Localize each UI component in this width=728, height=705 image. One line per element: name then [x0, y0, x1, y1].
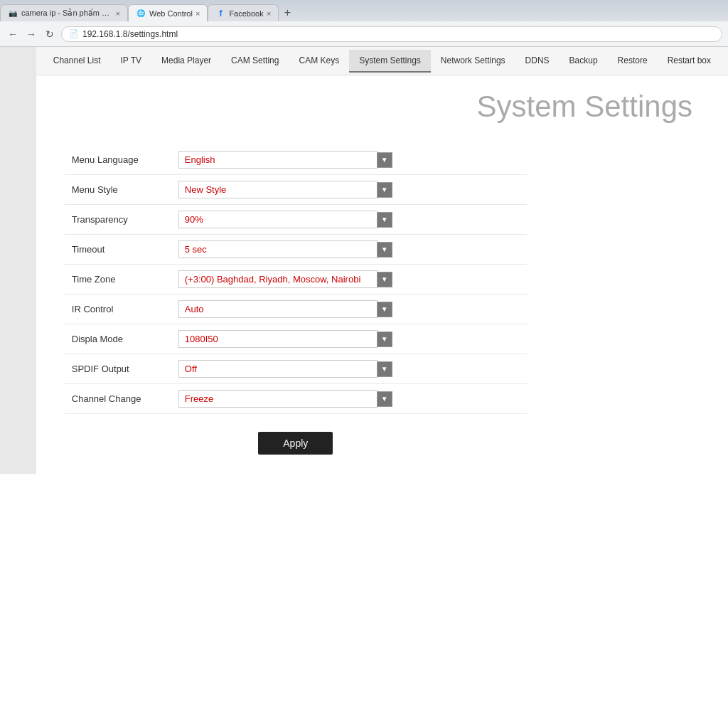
- nav-menu: Channel List IP TV Media Player CAM Sett…: [36, 47, 728, 75]
- label-ir-control: IR Control: [65, 304, 178, 314]
- select-wrapper-ir-control: AutoManualOff▼: [178, 300, 527, 318]
- page-title: System Settings: [65, 90, 700, 124]
- select-timeout[interactable]: 5 sec10 sec15 sec30 sec: [178, 240, 378, 258]
- dropdown-arrow-menu-style[interactable]: ▼: [377, 182, 392, 198]
- tab-title-webcontrol: Web Control: [149, 9, 193, 18]
- dropdown-arrow-transparency[interactable]: ▼: [377, 212, 392, 228]
- select-wrapper-time-zone: (+3:00) Baghdad, Riyadh, Moscow, Nairobi…: [178, 270, 527, 288]
- url-text: 192.168.1.8/settings.html: [82, 29, 178, 39]
- settings-row-time-zone: Time Zone(+3:00) Baghdad, Riyadh, Moscow…: [65, 265, 527, 295]
- tab-close-facebook[interactable]: ×: [267, 9, 271, 18]
- label-time-zone: Time Zone: [65, 274, 178, 285]
- select-wrapper-timeout: 5 sec10 sec15 sec30 sec▼: [178, 240, 527, 258]
- nav-iptv[interactable]: IP TV: [111, 50, 152, 73]
- nav-media-player[interactable]: Media Player: [151, 50, 221, 73]
- settings-row-ir-control: IR ControlAutoManualOff▼: [65, 295, 527, 324]
- tab-bar: 📷 camera ip - Sản phẩm ca... × 🌐 Web Con…: [0, 0, 728, 21]
- label-channel-change: Channel Change: [65, 393, 178, 404]
- forward-button[interactable]: →: [24, 27, 38, 41]
- select-spdif-output[interactable]: OffOnAuto: [178, 360, 378, 378]
- dropdown-arrow-ir-control[interactable]: ▼: [377, 302, 392, 317]
- sidebar: [0, 47, 36, 474]
- dropdown-arrow-spdif-output[interactable]: ▼: [377, 361, 392, 377]
- nav-backup[interactable]: Backup: [560, 50, 608, 73]
- nav-ddns[interactable]: DDNS: [515, 50, 560, 73]
- apply-button[interactable]: Apply: [258, 432, 333, 455]
- dropdown-arrow-timeout[interactable]: ▼: [377, 242, 392, 258]
- url-bar[interactable]: 📄 192.168.1.8/settings.html: [61, 26, 722, 42]
- settings-content: System Settings Menu LanguageEnglishFren…: [36, 75, 728, 469]
- select-time-zone[interactable]: (+3:00) Baghdad, Riyadh, Moscow, Nairobi: [178, 270, 378, 288]
- settings-row-display-mode: Displa Mode1080I501080I60720P50720P60576…: [65, 324, 527, 354]
- nav-channel-list[interactable]: Channel List: [43, 50, 111, 73]
- tab-facebook[interactable]: f Facebook ×: [208, 4, 279, 21]
- select-channel-change[interactable]: FreezeBlackMosaic: [178, 390, 378, 408]
- label-timeout: Timeout: [65, 244, 178, 255]
- settings-row-menu-language: Menu LanguageEnglishFrenchGermanSpanish▼: [65, 145, 527, 175]
- tab-title-facebook: Facebook: [229, 9, 264, 18]
- address-bar: ← → ↻ 📄 192.168.1.8/settings.html: [0, 21, 728, 47]
- select-display-mode[interactable]: 1080I501080I60720P50720P60576P480P: [178, 330, 378, 348]
- select-transparency[interactable]: 90%80%70%60%50%: [178, 211, 378, 228]
- select-wrapper-spdif-output: OffOnAuto▼: [178, 360, 527, 378]
- settings-row-menu-style: Menu StyleNew StyleClassicModern▼: [65, 175, 527, 205]
- nav-cam-setting[interactable]: CAM Setting: [221, 50, 289, 73]
- nav-restore[interactable]: Restore: [608, 50, 658, 73]
- main-area: Channel List IP TV Media Player CAM Sett…: [36, 47, 728, 474]
- select-wrapper-menu-language: EnglishFrenchGermanSpanish▼: [178, 151, 527, 169]
- settings-row-spdif-output: SPDIF OutputOffOnAuto▼: [65, 354, 527, 384]
- nav-system-settings[interactable]: System Settings: [349, 50, 431, 73]
- nav-network-settings[interactable]: Network Settings: [431, 50, 515, 73]
- select-ir-control[interactable]: AutoManualOff: [178, 300, 378, 318]
- settings-row-transparency: Transparency90%80%70%60%50%▼: [65, 205, 527, 235]
- tab-close-webcontrol[interactable]: ×: [196, 9, 200, 18]
- browser-chrome: 📷 camera ip - Sản phẩm ca... × 🌐 Web Con…: [0, 0, 728, 474]
- page-icon: 📄: [69, 29, 79, 38]
- back-button[interactable]: ←: [6, 27, 20, 41]
- settings-row-timeout: Timeout5 sec10 sec15 sec30 sec▼: [65, 235, 527, 265]
- dropdown-arrow-menu-language[interactable]: ▼: [377, 152, 392, 168]
- select-menu-language[interactable]: EnglishFrenchGermanSpanish: [178, 151, 378, 169]
- page-content: Channel List IP TV Media Player CAM Sett…: [0, 47, 728, 474]
- select-wrapper-menu-style: New StyleClassicModern▼: [178, 181, 527, 198]
- select-wrapper-display-mode: 1080I501080I60720P50720P60576P480P▼: [178, 330, 527, 348]
- settings-row-channel-change: Channel ChangeFreezeBlackMosaic▼: [65, 384, 527, 414]
- tab-close-camera[interactable]: ×: [116, 9, 120, 18]
- tab-title-camera: camera ip - Sản phẩm ca...: [21, 9, 113, 18]
- label-transparency: Transparency: [65, 214, 178, 225]
- dropdown-arrow-display-mode[interactable]: ▼: [377, 332, 392, 347]
- dropdown-arrow-time-zone[interactable]: ▼: [377, 272, 392, 287]
- tab-favicon-facebook: f: [215, 9, 225, 18]
- select-wrapper-transparency: 90%80%70%60%50%▼: [178, 211, 527, 228]
- reload-button[interactable]: ↻: [43, 27, 57, 41]
- new-tab-button[interactable]: +: [279, 4, 296, 21]
- tab-webcontrol[interactable]: 🌐 Web Control ×: [128, 4, 208, 21]
- nav-cam-keys[interactable]: CAM Keys: [289, 50, 349, 73]
- label-display-mode: Displa Mode: [65, 334, 178, 344]
- label-menu-language: Menu Language: [65, 154, 178, 165]
- nav-restart-box[interactable]: Restart box: [658, 50, 721, 73]
- settings-table: Menu LanguageEnglishFrenchGermanSpanish▼…: [65, 145, 527, 414]
- label-spdif-output: SPDIF Output: [65, 364, 178, 374]
- select-wrapper-channel-change: FreezeBlackMosaic▼: [178, 390, 527, 408]
- tab-favicon-webcontrol: 🌐: [136, 9, 146, 18]
- dropdown-arrow-channel-change[interactable]: ▼: [377, 391, 392, 407]
- tab-camera[interactable]: 📷 camera ip - Sản phẩm ca... ×: [0, 4, 128, 21]
- tab-favicon-camera: 📷: [8, 9, 18, 18]
- label-menu-style: Menu Style: [65, 184, 178, 195]
- select-menu-style[interactable]: New StyleClassicModern: [178, 181, 378, 198]
